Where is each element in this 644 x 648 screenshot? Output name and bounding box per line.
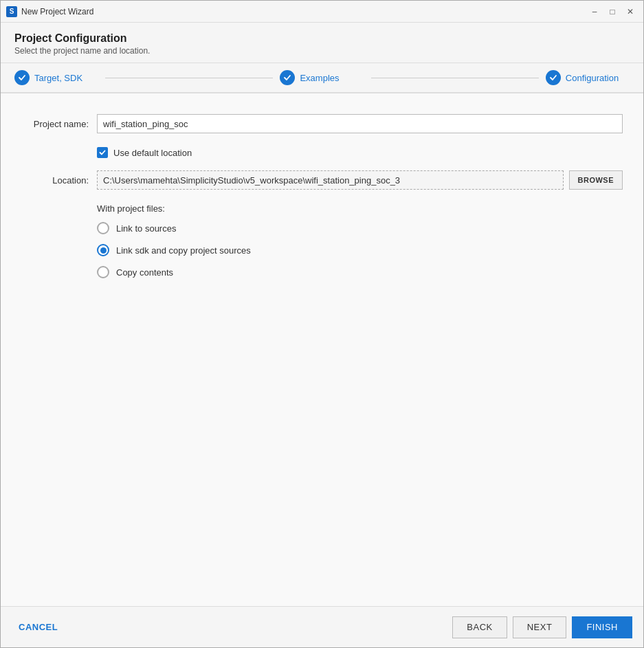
window-title: New Project Wizard bbox=[21, 7, 587, 16]
step-configuration[interactable]: Configuration bbox=[546, 70, 630, 85]
page-title: Project Configuration bbox=[14, 32, 630, 45]
step-target-sdk[interactable]: Target, SDK bbox=[14, 70, 98, 85]
radio-link-sdk-copy-label: Link sdk and copy project sources bbox=[116, 245, 251, 256]
step-examples[interactable]: Examples bbox=[280, 70, 364, 85]
back-button[interactable]: BACK bbox=[452, 616, 507, 638]
main-content: Project name: Use default location Locat… bbox=[1, 93, 643, 606]
project-name-label: Project name: bbox=[21, 119, 97, 129]
step-target-sdk-icon bbox=[14, 70, 30, 85]
steps-bar: Target, SDK Examples Configuration bbox=[1, 63, 643, 93]
project-files-radio-group: Link to sources Link sdk and copy projec… bbox=[97, 222, 623, 278]
next-button[interactable]: NEXT bbox=[513, 616, 567, 638]
radio-copy-contents[interactable]: Copy contents bbox=[97, 266, 623, 278]
use-default-location-checkbox[interactable] bbox=[97, 147, 108, 158]
page-subtitle: Select the project name and location. bbox=[14, 46, 630, 56]
step-examples-label: Examples bbox=[300, 73, 339, 83]
title-bar: S New Project Wizard – □ ✕ bbox=[1, 1, 643, 23]
location-label: Location: bbox=[21, 175, 97, 186]
location-input[interactable] bbox=[97, 170, 564, 190]
browse-button[interactable]: BROWSE bbox=[569, 170, 623, 190]
radio-copy-contents-button[interactable] bbox=[97, 266, 109, 278]
use-default-location-label: Use default location bbox=[113, 148, 192, 158]
with-project-files-label: With project files: bbox=[97, 203, 623, 214]
step-target-sdk-label: Target, SDK bbox=[34, 73, 82, 83]
project-name-row: Project name: bbox=[21, 114, 623, 133]
app-icon: S bbox=[6, 6, 17, 17]
wizard-window: S New Project Wizard – □ ✕ Project Confi… bbox=[0, 0, 644, 648]
footer-nav: BACK NEXT FINISH bbox=[452, 616, 632, 638]
footer: CANCEL BACK NEXT FINISH bbox=[1, 606, 643, 647]
radio-link-sdk-copy[interactable]: Link sdk and copy project sources bbox=[97, 244, 623, 256]
radio-link-sources-button[interactable] bbox=[97, 222, 109, 234]
window-controls: – □ ✕ bbox=[587, 4, 638, 19]
maximize-button[interactable]: □ bbox=[605, 4, 620, 19]
step-configuration-icon bbox=[546, 70, 561, 85]
page-header: Project Configuration Select the project… bbox=[1, 23, 643, 63]
finish-button[interactable]: FINISH bbox=[572, 616, 632, 638]
location-row: Location: BROWSE bbox=[21, 170, 623, 190]
step-divider-1 bbox=[105, 78, 273, 78]
radio-link-sdk-copy-button[interactable] bbox=[97, 244, 109, 256]
radio-link-sources[interactable]: Link to sources bbox=[97, 222, 623, 234]
use-default-location-row[interactable]: Use default location bbox=[97, 147, 623, 158]
cancel-button[interactable]: CANCEL bbox=[12, 618, 65, 636]
minimize-button[interactable]: – bbox=[587, 4, 602, 19]
radio-link-sdk-copy-indicator bbox=[100, 247, 107, 254]
step-configuration-label: Configuration bbox=[566, 73, 619, 83]
step-divider-2 bbox=[371, 78, 539, 78]
step-examples-icon bbox=[280, 70, 295, 85]
radio-copy-contents-label: Copy contents bbox=[116, 267, 173, 278]
radio-link-sources-label: Link to sources bbox=[116, 223, 176, 234]
close-button[interactable]: ✕ bbox=[623, 4, 638, 19]
project-name-input[interactable] bbox=[97, 114, 623, 133]
